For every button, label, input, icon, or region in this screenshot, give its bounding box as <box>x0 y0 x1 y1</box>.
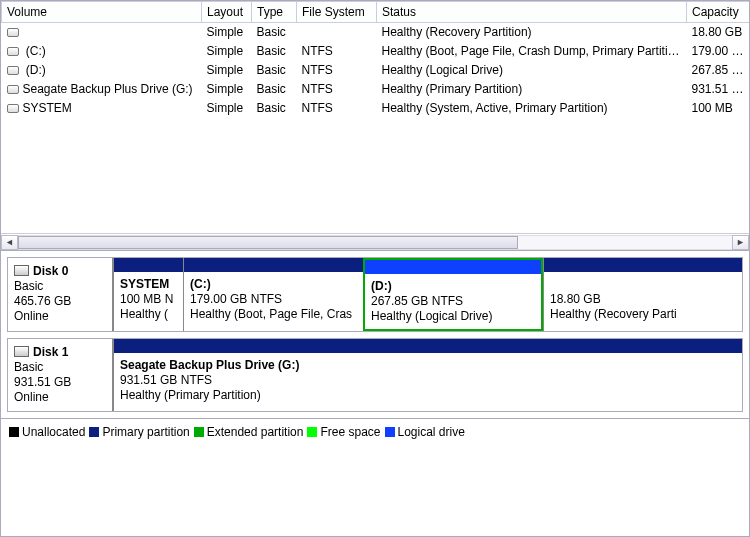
volume-icon <box>7 28 19 37</box>
swatch-primary <box>89 427 99 437</box>
swatch-unallocated <box>9 427 19 437</box>
swatch-extended <box>194 427 204 437</box>
disk-type: Basic <box>14 360 106 375</box>
volume-icon <box>7 104 19 113</box>
col-volume[interactable]: Volume <box>2 2 202 23</box>
disk-state: Online <box>14 390 106 405</box>
col-fs[interactable]: File System <box>297 2 377 23</box>
volume-table[interactable]: Volume Layout Type File System Status Ca… <box>1 1 749 117</box>
col-type[interactable]: Type <box>252 2 297 23</box>
table-row[interactable]: SimpleBasicHealthy (Recovery Partition)1… <box>2 23 750 42</box>
partition-g[interactable]: Seagate Backup Plus Drive (G:)931.51 GB … <box>113 339 742 411</box>
volume-icon <box>7 47 19 56</box>
scroll-left-button[interactable]: ◄ <box>1 235 18 250</box>
table-row[interactable]: (D:)SimpleBasicNTFSHealthy (Logical Driv… <box>2 61 750 80</box>
col-layout[interactable]: Layout <box>202 2 252 23</box>
partition-c[interactable]: (C:)179.00 GB NTFSHealthy (Boot, Page Fi… <box>183 258 363 331</box>
disk-size: 931.51 GB <box>14 375 106 390</box>
legend: Unallocated Primary partition Extended p… <box>1 418 749 445</box>
table-row[interactable]: (C:)SimpleBasicNTFSHealthy (Boot, Page F… <box>2 42 750 61</box>
table-row[interactable]: Seagate Backup Plus Drive (G:)SimpleBasi… <box>2 80 750 99</box>
volume-icon <box>7 85 19 94</box>
disk-state: Online <box>14 309 106 324</box>
col-status[interactable]: Status <box>377 2 687 23</box>
swatch-logical <box>385 427 395 437</box>
disk-icon <box>14 265 29 276</box>
partition-d[interactable]: (D:)267.85 GB NTFSHealthy (Logical Drive… <box>363 258 543 331</box>
swatch-freespace <box>307 427 317 437</box>
disk-size: 465.76 GB <box>14 294 106 309</box>
partition-system[interactable]: SYSTEM100 MB NHealthy ( <box>113 258 183 331</box>
disk-0-block[interactable]: Disk 0 Basic 465.76 GB Online SYSTEM100 … <box>7 257 743 332</box>
table-row[interactable]: SYSTEMSimpleBasicNTFSHealthy (System, Ac… <box>2 99 750 118</box>
horizontal-scrollbar[interactable]: ◄ ► <box>1 233 749 250</box>
disk-label: Disk 1 <box>33 345 68 359</box>
disk-icon <box>14 346 29 357</box>
partition-recovery[interactable]: 18.80 GBHealthy (Recovery Parti <box>543 258 742 331</box>
volume-icon <box>7 66 19 75</box>
disk-label: Disk 0 <box>33 264 68 278</box>
disk-type: Basic <box>14 279 106 294</box>
scroll-thumb[interactable] <box>18 236 518 249</box>
scroll-right-button[interactable]: ► <box>732 235 749 250</box>
disk-1-block[interactable]: Disk 1 Basic 931.51 GB Online Seagate Ba… <box>7 338 743 412</box>
col-capacity[interactable]: Capacity <box>687 2 750 23</box>
